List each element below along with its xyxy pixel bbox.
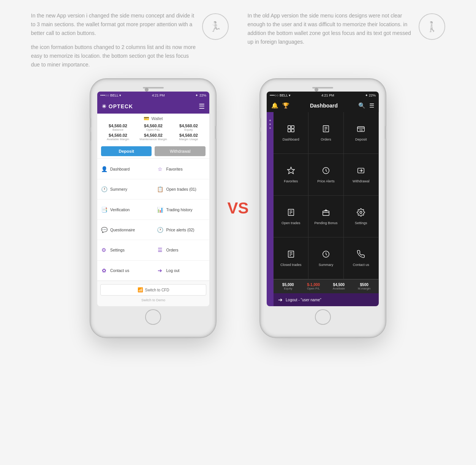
volume-up-btn-old: [259, 118, 261, 128]
purple-sidebar-strip: [267, 112, 274, 306]
switch-cfd-button[interactable]: 📶 Switch to CFD: [100, 284, 206, 296]
menu-logout[interactable]: ➔ Log out: [153, 261, 209, 281]
grid-contact-us-label: Contact us: [353, 263, 369, 267]
favorites-icon: ☆: [157, 166, 163, 172]
old-status-right: ✦ 22%: [365, 93, 376, 97]
switch-demo[interactable]: Switch to Demo: [100, 297, 206, 303]
status-left: ••••○○ BELL ▾: [100, 93, 121, 97]
dashboard-icon: 👤: [101, 166, 107, 172]
menu-settings[interactable]: ⚙ Settings: [97, 240, 153, 260]
menu-orders-label: Orders: [166, 248, 178, 252]
grid-contact-us[interactable]: Contact us: [344, 237, 379, 279]
old-app-title: Dashboard: [310, 103, 338, 109]
walker-icon-circle: 🚶: [419, 13, 445, 40]
grid-favorites[interactable]: Favorites: [274, 154, 308, 196]
open-trades-icon: 📋: [157, 186, 163, 192]
strip-dot-1: [269, 120, 271, 121]
menu-contact-us-label: Contact us: [110, 268, 129, 273]
menu-favorites[interactable]: ☆ Favorites: [153, 159, 209, 179]
grid-pending-bonus[interactable]: Pending Bonus: [308, 196, 343, 237]
grid-settings[interactable]: Settings: [344, 196, 379, 237]
grid-open-trades-icon: [287, 208, 295, 219]
runner-icon-circle: 🏃: [202, 13, 229, 40]
search-icon[interactable]: 🔍: [358, 102, 365, 109]
runner-icon: 🏃: [209, 21, 221, 33]
menu-logout-label: Log out: [166, 268, 179, 273]
wallet-grid: $4,560.02 Balance $4,560.02 Open P&L $4,…: [97, 123, 209, 144]
svg-point-21: [360, 211, 362, 214]
grid-withdrawal-icon: [357, 166, 365, 177]
menu-summery-label: Summery: [110, 187, 127, 191]
new-app-screen: ••••○○ BELL ▾ 4:21 PM ✦ 22% ✳ OPTECK ☰ 💳…: [97, 92, 209, 306]
menu-orders[interactable]: ☰ Orders: [153, 240, 209, 260]
home-button-old[interactable]: [315, 309, 331, 324]
wallet-item-usage: $4,560.02 Margin Usage: [172, 133, 206, 141]
old-wallet-equity: $5,000 Equity: [275, 283, 301, 290]
svg-rect-0: [288, 126, 290, 128]
power-btn-old: [385, 126, 386, 139]
new-app-desc2: the icon formation buttons changed to 2 …: [31, 43, 196, 69]
status-right: ✦ 22%: [195, 93, 206, 97]
dark-main-content: Dashboard Orders €$ Deposit: [274, 112, 379, 306]
grid-closed-trades[interactable]: Closed trades: [274, 237, 308, 279]
logout-bar[interactable]: ➔ Logout - "user name": [274, 293, 379, 306]
deposit-button[interactable]: Deposit: [101, 146, 152, 156]
grid-price-alerts-icon: [322, 166, 330, 177]
grid-deposit[interactable]: €$ Deposit: [344, 112, 379, 154]
grid-withdrawal[interactable]: Withdrawal: [344, 154, 379, 196]
grid-price-alerts[interactable]: Price Alerts: [308, 154, 343, 196]
trophy-icon: 🏆: [282, 102, 289, 109]
withdrawal-button[interactable]: Withdrawal: [155, 146, 206, 156]
grid-summary-icon: [322, 250, 330, 261]
grid-orders[interactable]: Orders: [308, 112, 343, 154]
menu-open-trades-label: Open trades (01): [166, 187, 196, 191]
phone-camera-new: [145, 88, 149, 92]
opteck-logo: ✳ OPTECK: [102, 103, 133, 109]
grid-favorites-label: Favorites: [284, 179, 298, 183]
old-app-header: 🔔 🏆 Dashboard 🔍 ☰: [267, 99, 379, 112]
verification-icon: 📑: [101, 207, 107, 213]
old-status-time: 4:21 PM: [321, 93, 334, 97]
strip-dot-3: [269, 127, 271, 129]
phone-camera-old: [315, 88, 318, 92]
grid-contact-us-icon: [357, 250, 365, 261]
old-wallet-openpl: $-1,000 Open P/L: [301, 283, 326, 290]
menu-favorites-label: Favorites: [166, 167, 182, 171]
menu-contact-us[interactable]: ✿ Contact us: [97, 261, 153, 281]
grid-favorites-icon: [287, 166, 295, 177]
menu-questionnaire[interactable]: 💬 Questionnaire: [97, 220, 153, 240]
wallet-title: Wallet: [151, 116, 163, 121]
summery-icon: 🕐: [101, 186, 107, 192]
old-header-menu-icon[interactable]: ☰: [369, 102, 374, 109]
menu-dashboard-label: Dashboard: [110, 167, 130, 171]
grid-summary[interactable]: Summary: [308, 237, 343, 279]
strip-dot-2: [269, 123, 271, 125]
header-menu-icon[interactable]: ☰: [199, 102, 205, 111]
menu-price-alerts-label: Price alerts (02): [166, 228, 194, 232]
grid-orders-icon: [322, 125, 330, 135]
grid-dashboard[interactable]: Dashboard: [274, 112, 308, 154]
wallet-item-equity: $4,560.02 Equity: [172, 123, 206, 131]
walker-icon: 🚶: [426, 21, 438, 33]
volume-down-btn-old: [259, 131, 261, 141]
new-app-phone: ••••○○ BELL ▾ 4:21 PM ✦ 22% ✳ OPTECK ☰ 💳…: [90, 79, 216, 337]
menu-verification[interactable]: 📑 Verification: [97, 199, 153, 220]
grid-pending-bonus-icon: [322, 208, 330, 219]
menu-settings-label: Settings: [110, 248, 125, 252]
menu-open-trades[interactable]: 📋 Open trades (01): [153, 179, 209, 199]
menu-trading-history[interactable]: 📊 Trading history: [153, 199, 209, 220]
wallet-item-avail: $4,560.02 Available Margin: [101, 133, 135, 141]
settings-icon: ⚙: [101, 247, 107, 253]
menu-summery[interactable]: 🕐 Summery: [97, 179, 153, 199]
grid-open-trades[interactable]: Open trades: [274, 196, 308, 237]
grid-orders-label: Orders: [321, 138, 331, 141]
logout-text: Logout - "user name": [286, 298, 321, 302]
home-button-new[interactable]: [145, 309, 161, 324]
grid-dashboard-icon: [287, 125, 295, 135]
wallet-item-maint: $4,560.02 Maintenance Margin: [136, 133, 170, 141]
volume-down-btn: [90, 131, 91, 141]
wallet-section: 💳 Wallet $4,560.02 Balance $4,560.02 Ope…: [97, 114, 209, 159]
old-wallet-margin: $500 M.margin: [351, 283, 377, 290]
menu-dashboard[interactable]: 👤 Dashboard: [97, 159, 153, 179]
menu-price-alerts[interactable]: 🕐 Price alerts (02): [153, 220, 209, 240]
